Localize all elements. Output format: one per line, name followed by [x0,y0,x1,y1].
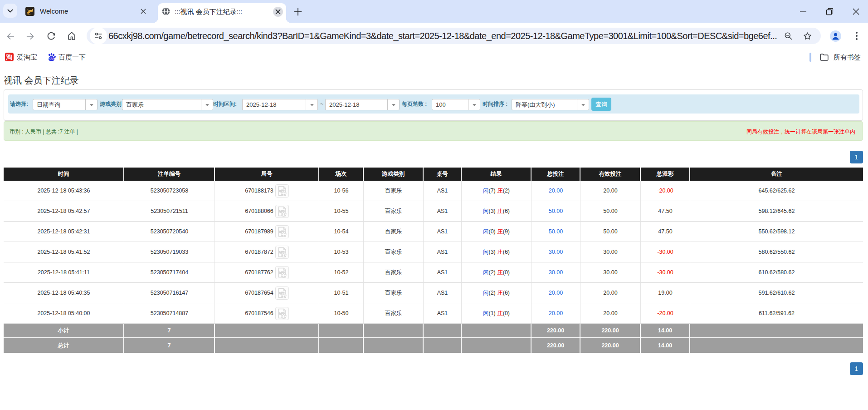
svg-text:du: du [49,56,54,60]
